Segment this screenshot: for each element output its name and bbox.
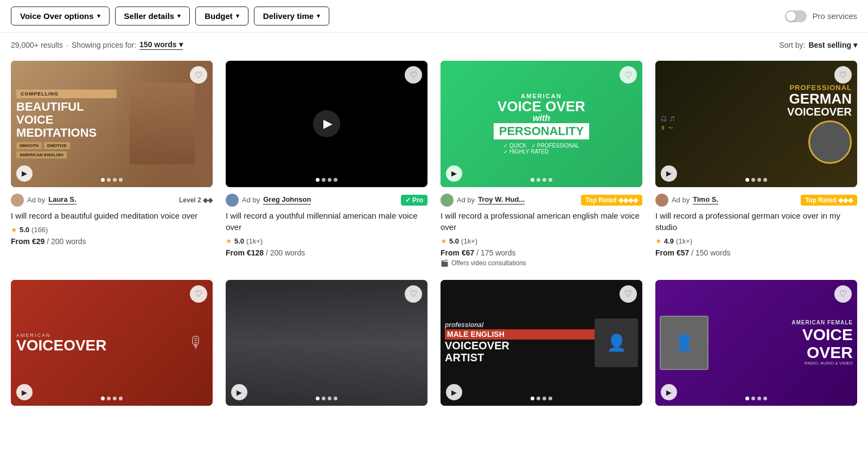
seller-name[interactable]: Greg Johnson [263,195,311,205]
seller-details-button[interactable]: Seller details ▾ [115,7,190,25]
product-card[interactable]: AMERICAN VOICEOVER 🎙 ♡ ▶ [11,280,213,413]
delivery-time-button[interactable]: Delivery time ▾ [254,7,329,25]
rating: ★ 5.0 (1k+) [441,237,642,245]
card-title: I will record a professional american en… [441,210,642,233]
words-selector[interactable]: 150 words ▾ [139,40,182,50]
rating-count: (1k+) [246,237,263,245]
card-image: AMERICAN VOICEOVER 🎙 ♡ ▶ [11,280,213,406]
rating-score: 5.0 [449,237,459,245]
image-dots [316,178,337,182]
filter-bar: Voice Over options ▾ Seller details ▾ Bu… [0,0,868,33]
product-card[interactable]: ♡ ▶ [226,280,427,413]
play-button[interactable]: ▶ [661,384,677,400]
price: From €29 / 200 words [11,237,213,246]
budget-label: Budget [205,11,233,21]
avatar [226,194,239,207]
play-button[interactable]: ▶ [16,384,33,400]
play-button[interactable]: ▶ [446,384,462,400]
price-per: / 200 words [47,237,86,246]
product-card[interactable]: ▶ ♡ Ad by Greg Johnson ✓ Pro I will reco… [226,61,427,267]
price-from: From €29 [11,237,44,246]
pro-services-area: Pro services [785,10,857,22]
avatar [441,194,454,207]
ad-by-label: Ad by [672,196,690,204]
price-per: / 175 words [476,248,515,257]
voice-over-options-button[interactable]: Voice Over options ▾ [11,7,110,25]
video-consult: 🎬 Offers video consultations [441,259,642,267]
product-card[interactable]: AMERICAN VOICE OVER with PERSONALITY ✓ Q… [441,61,642,267]
favorite-button[interactable]: ♡ [190,66,207,84]
results-separator: · [66,41,68,49]
rating: ★ 5.0 (166) [11,226,213,234]
favorite-button[interactable]: ♡ [620,285,637,303]
image-dots [531,397,552,400]
favorite-button[interactable]: ♡ [834,66,852,84]
card-title: I will record a beautiful guided meditat… [11,210,213,221]
level-badge: Level 2 ◆◆ [179,196,213,204]
favorite-button[interactable]: ♡ [405,66,422,84]
play-button[interactable]: ▶ [446,165,462,182]
cards-grid: COMPELLING BEAUTIFULVOICEMEDITATIONS SMO… [0,55,868,429]
product-card[interactable]: professional MALE ENGLISH VOICEOVER ARTI… [441,280,642,413]
chevron-down-icon: ▾ [97,12,100,20]
favorite-button[interactable]: ♡ [190,285,207,303]
pro-services-toggle[interactable] [785,10,807,22]
chevron-down-icon: ▾ [179,40,183,49]
play-button[interactable]: ▶ [16,165,33,182]
price-per: / 150 words [691,248,730,257]
seller-name[interactable]: Laura S. [48,195,76,205]
sort-dropdown[interactable]: Best selling ▾ [808,41,857,49]
delivery-time-label: Delivery time [263,11,314,21]
price: From €67 / 175 words [441,248,642,257]
price-from: From €67 [441,248,474,257]
pro-badge: ✓ Pro [401,195,427,206]
top-rated-badge: Top Rated ◆◆◆◆ [581,195,642,206]
ad-by-label: Ad by [457,196,475,204]
seller-info: Ad by Troy W. Hud... [441,194,525,207]
card-image: ▶ ♡ [226,61,427,187]
seller-info: Ad by Laura S. [11,194,76,207]
product-card[interactable]: 🎧 🎵 🎙 〜 PROFESSIONAL GERMAN VOICEOVER ♡ … [655,61,857,267]
image-dots [101,178,123,182]
image-dots [316,397,337,400]
sort-value-text: Best selling [808,41,851,49]
seller-info: Ad by Greg Johnson [226,194,311,207]
avatar [655,194,668,207]
image-dots [531,178,552,182]
chevron-down-icon: ▾ [177,12,181,20]
rating-score: 4.9 [664,237,674,245]
product-card[interactable]: 👤 AMERICAN FEMALE VOICE OVER RADIO, AUDI… [655,280,857,413]
sort-label: Sort by: [779,41,805,49]
video-consult-label: Offers video consultations [451,259,526,267]
play-button[interactable]: ▶ [661,165,677,182]
chevron-down-icon: ▾ [317,12,320,20]
seller-name[interactable]: Timo S. [693,195,718,205]
card-image: 🎧 🎵 🎙 〜 PROFESSIONAL GERMAN VOICEOVER ♡ … [655,61,857,187]
rating-count: (1k+) [461,237,477,245]
results-bar: 29,000+ results · Showing prices for: 15… [0,33,868,55]
seller-name[interactable]: Troy W. Hud... [478,195,525,205]
pro-services-label: Pro services [812,11,857,21]
rating-score: 5.0 [234,237,244,245]
price-from: From €128 [226,248,264,257]
avatar [11,194,24,207]
chevron-down-icon: ▾ [853,41,857,49]
card-meta: Ad by Troy W. Hud... Top Rated ◆◆◆◆ [441,194,642,207]
budget-button[interactable]: Budget ▾ [195,7,248,25]
top-rated-badge: Top Rated ◆◆◆ [801,195,857,206]
results-left: 29,000+ results · Showing prices for: 15… [11,40,183,50]
favorite-button[interactable]: ♡ [834,285,852,303]
showing-label: Showing prices for: [72,41,136,49]
card-image: COMPELLING BEAUTIFULVOICEMEDITATIONS SMO… [11,61,213,187]
chevron-down-icon: ▾ [236,12,239,20]
sort-area: Sort by: Best selling ▾ [779,41,857,49]
play-button[interactable]: ▶ [231,384,247,400]
favorite-button[interactable]: ♡ [405,285,422,303]
card-meta: Ad by Timo S. Top Rated ◆◆◆ [655,194,857,207]
favorite-button[interactable]: ♡ [620,66,637,84]
ad-by-label: Ad by [242,196,260,204]
card-meta: Ad by Greg Johnson ✓ Pro [226,194,427,207]
results-count: 29,000+ results [11,41,63,49]
product-card[interactable]: COMPELLING BEAUTIFULVOICEMEDITATIONS SMO… [11,61,213,267]
rating-count: (1k+) [676,237,692,245]
